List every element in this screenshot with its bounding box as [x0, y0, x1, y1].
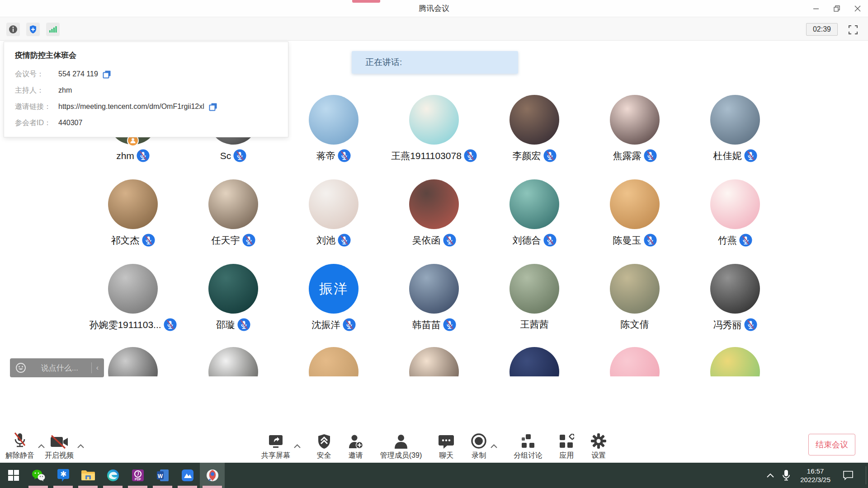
participant-avatar: [108, 179, 158, 229]
participant-tile[interactable]: 焦露露: [585, 95, 685, 167]
popup-row: 会议号：554 274 119: [15, 66, 288, 82]
participant-tile[interactable]: 刘池: [283, 179, 384, 252]
shield-icon: [28, 25, 38, 34]
participant-name-row: 杜佳妮: [713, 149, 757, 162]
participant-tile[interactable]: [183, 347, 283, 376]
toolbar-invite[interactable]: 邀请: [348, 432, 364, 460]
muted-mic-icon[interactable]: [237, 318, 250, 331]
chat-input[interactable]: 说点什么...: [31, 363, 89, 373]
participant-name-row: 冯秀丽: [713, 318, 757, 331]
participant-tile[interactable]: 陈曼玉: [585, 179, 685, 252]
participant-tile[interactable]: 孙婉雯1911103...: [83, 264, 183, 336]
taskbar-app-edge[interactable]: [100, 463, 125, 488]
taskbar-app-meeting-active[interactable]: [200, 463, 225, 488]
toolbar-breakout[interactable]: 分组讨论: [514, 432, 542, 460]
running-app-indicator: [53, 486, 73, 488]
meeting-info-button[interactable]: [6, 23, 20, 36]
security-status-button[interactable]: [26, 23, 40, 36]
participant-tile[interactable]: 蒋帝: [283, 95, 384, 167]
popup-row-value: 440307: [58, 119, 82, 127]
muted-mic-icon[interactable]: [338, 234, 351, 247]
chat-bar-divider: [91, 362, 92, 373]
toolbar-share-screen[interactable]: 共享屏幕: [261, 432, 290, 460]
participant-tile[interactable]: [484, 347, 585, 376]
participant-tile[interactable]: [685, 347, 785, 376]
chat-collapse-button[interactable]: ‹: [94, 364, 100, 372]
muted-mic-icon[interactable]: [338, 149, 351, 162]
toolbar-apps[interactable]: 应用: [559, 432, 574, 460]
muted-mic-icon[interactable]: [744, 318, 757, 331]
muted-mic-icon[interactable]: [142, 234, 155, 247]
participant-tile[interactable]: [283, 347, 384, 376]
tray-expand-icon[interactable]: [767, 471, 774, 479]
network-quality-button[interactable]: [46, 23, 60, 36]
participant-tile[interactable]: 竹燕: [685, 179, 785, 252]
tray-microphone-icon[interactable]: [782, 469, 790, 481]
participant-name: 冯秀丽: [713, 319, 742, 331]
participant-tile[interactable]: [384, 347, 484, 376]
muted-mic-icon[interactable]: [543, 149, 557, 162]
taskbar-clock[interactable]: 16:57 2022/3/25: [800, 467, 830, 484]
muted-mic-icon[interactable]: [233, 149, 246, 162]
restore-button[interactable]: [826, 0, 847, 17]
action-center-icon[interactable]: [842, 470, 854, 481]
share-screen-icon: [268, 432, 284, 449]
close-button[interactable]: [847, 0, 868, 17]
fullscreen-button[interactable]: [847, 24, 859, 36]
participant-tile[interactable]: 振洋沈振洋: [283, 264, 384, 336]
participant-name-row: 刘池: [316, 234, 351, 247]
participant-tile[interactable]: 任天宇: [183, 179, 283, 252]
participant-tile[interactable]: 刘德合: [484, 179, 585, 252]
toolbar-members[interactable]: 管理成员(39): [380, 432, 422, 460]
participant-tile[interactable]: 杜佳妮: [685, 95, 785, 167]
muted-mic-icon[interactable]: [443, 234, 456, 247]
muted-mic-icon[interactable]: [164, 318, 177, 331]
toolbar-security[interactable]: 安全: [317, 432, 331, 460]
taskbar-app-foxit[interactable]: PDF: [125, 463, 150, 488]
show-desktop-divider[interactable]: [866, 466, 866, 484]
taskbar-app-start[interactable]: [1, 463, 26, 488]
muted-mic-icon[interactable]: [464, 149, 477, 162]
participant-tile[interactable]: [585, 347, 685, 376]
participant-tile[interactable]: 邵璇: [183, 264, 283, 336]
popup-row-label: 邀请链接：: [15, 102, 58, 112]
chevron-up-icon[interactable]: [491, 442, 497, 450]
participant-tile[interactable]: 吴依函: [384, 179, 484, 252]
emoji-icon[interactable]: [15, 362, 26, 373]
muted-mic-icon[interactable]: [543, 234, 557, 247]
muted-mic-icon[interactable]: [137, 149, 150, 162]
end-meeting-button[interactable]: 结束会议: [808, 434, 855, 455]
chevron-up-icon[interactable]: [294, 442, 301, 450]
taskbar-app-tim[interactable]: ✱: [51, 463, 75, 488]
taskbar-app-meeting[interactable]: [175, 463, 200, 488]
muted-mic-icon[interactable]: [644, 149, 657, 162]
participant-tile[interactable]: 王燕1911103078: [384, 95, 484, 167]
participant-tile[interactable]: 陈文倩: [585, 264, 685, 336]
titlebar: 腾讯会议: [0, 0, 868, 17]
muted-mic-icon[interactable]: [644, 234, 657, 247]
muted-mic-icon[interactable]: [242, 234, 255, 247]
copy-icon[interactable]: [209, 103, 217, 111]
participant-tile[interactable]: 祁文杰: [83, 179, 183, 252]
chat-quick-bar[interactable]: 说点什么... ‹: [10, 358, 104, 377]
toolbar-record[interactable]: 录制: [471, 432, 487, 460]
participant-tile[interactable]: 王茜茜: [484, 264, 585, 336]
participant-name-row: 任天宇: [212, 234, 255, 247]
taskbar-app-word[interactable]: W: [150, 463, 175, 488]
participant-avatar: [509, 264, 559, 314]
copy-icon[interactable]: [103, 70, 111, 79]
muted-mic-icon[interactable]: [443, 318, 456, 331]
minimize-button[interactable]: [806, 0, 826, 17]
toolbar-chat[interactable]: 聊天: [438, 432, 454, 460]
participant-tile[interactable]: 李颜宏: [484, 95, 585, 167]
taskbar-app-explorer[interactable]: [75, 463, 100, 488]
toolbar-settings[interactable]: 设置: [590, 432, 607, 460]
muted-mic-icon[interactable]: [744, 149, 757, 162]
participant-tile[interactable]: 韩苗苗: [384, 264, 484, 336]
muted-mic-icon[interactable]: [739, 234, 752, 247]
security-icon: [317, 432, 331, 449]
active-speaker-banner: 正在讲话:: [352, 51, 518, 74]
participant-tile[interactable]: 冯秀丽: [685, 264, 785, 336]
taskbar-app-wechat[interactable]: [26, 463, 51, 488]
muted-mic-icon[interactable]: [343, 318, 356, 331]
